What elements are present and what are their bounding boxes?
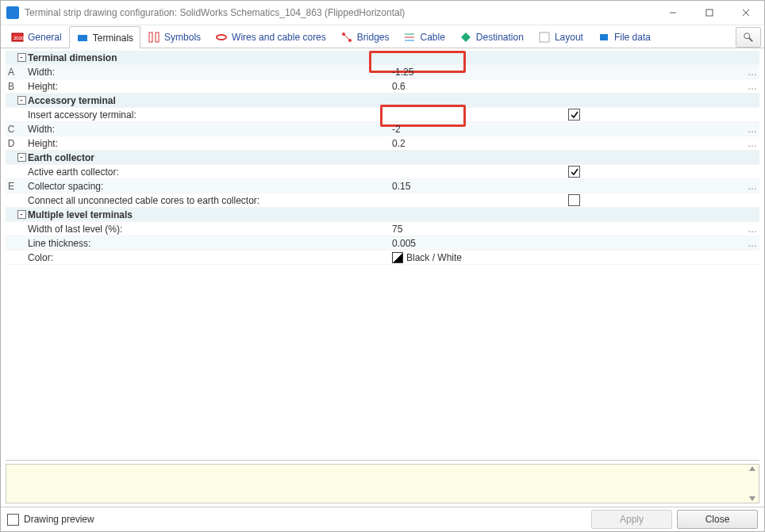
- row-mark: E: [6, 181, 17, 192]
- collapse-toggle[interactable]: -: [17, 53, 26, 62]
- app-window: Terminal strip drawing configuration: So…: [0, 0, 765, 532]
- ellipsis-button[interactable]: …: [745, 224, 759, 235]
- scroll-down-icon[interactable]: [748, 495, 756, 503]
- row-value[interactable]: 75: [387, 224, 745, 235]
- row-collector-spacing[interactable]: ECollector spacing:0.15…: [6, 179, 759, 193]
- tab-label: Symbols: [164, 32, 201, 43]
- row-label: Connect all unconnected cable cores to e…: [26, 195, 387, 206]
- ellipsis-button[interactable]: …: [745, 238, 759, 249]
- close-dialog-button[interactable]: Close: [677, 510, 758, 529]
- row-value[interactable]: 0.15: [387, 181, 745, 192]
- collapse-toggle[interactable]: -: [17, 96, 26, 105]
- minimize-button[interactable]: [655, 1, 691, 25]
- tab-terminals[interactable]: Terminals: [69, 26, 140, 48]
- row-mark: C: [6, 124, 17, 135]
- row-mark: A: [6, 67, 17, 78]
- title-bar: Terminal strip drawing configuration: So…: [1, 1, 764, 25]
- color-swatch-icon: [392, 252, 403, 263]
- app-icon: [6, 6, 19, 19]
- collapse-toggle[interactable]: -: [17, 153, 26, 162]
- drawing-preview-checkbox[interactable]: [7, 514, 19, 526]
- row-value[interactable]: 0.6: [387, 81, 745, 92]
- property-grid: -Terminal dimension AWidth:-1.25… BHeigh…: [6, 51, 759, 460]
- row-value[interactable]: -2: [387, 124, 745, 135]
- tab-general[interactable]: 2020General: [4, 25, 69, 48]
- section-multiple-level: -Multiple level terminals: [6, 208, 759, 222]
- row-value[interactable]: 0.2: [387, 138, 745, 149]
- section-header: Accessory terminal: [26, 95, 387, 106]
- section-terminal-dimension: -Terminal dimension: [6, 51, 759, 65]
- row-line-thickness[interactable]: Line thickness:0.005…: [6, 236, 759, 251]
- svg-point-9: [217, 35, 226, 40]
- window-title: Terminal strip drawing configuration: So…: [25, 7, 655, 18]
- row-label: Active earth collector:: [26, 166, 387, 178]
- ellipsis-button[interactable]: …: [745, 67, 759, 78]
- ellipsis-button[interactable]: …: [745, 81, 759, 92]
- footer-bar: Drawing preview Apply Close: [1, 507, 764, 531]
- row-color[interactable]: Color:Black / White: [6, 251, 759, 265]
- scroll-up-icon[interactable]: [748, 465, 756, 473]
- tab-layout[interactable]: Layout: [531, 25, 590, 48]
- tab-wires[interactable]: Wires and cable cores: [208, 25, 333, 48]
- tab-bridges[interactable]: Bridges: [333, 25, 397, 48]
- svg-point-19: [744, 33, 750, 39]
- tab-label: General: [28, 32, 62, 43]
- row-active-earth[interactable]: Active earth collector:: [6, 165, 759, 179]
- message-area: [6, 464, 759, 503]
- row-accessory-width[interactable]: CWidth:-2…: [6, 122, 759, 136]
- section-earth-collector: -Earth collector: [6, 151, 759, 165]
- ellipsis-button[interactable]: …: [745, 124, 759, 135]
- tab-label: File data: [614, 32, 651, 43]
- row-value[interactable]: 0.005: [387, 238, 745, 249]
- section-header: Earth collector: [26, 152, 387, 163]
- checkbox-insert-accessory[interactable]: [568, 109, 580, 121]
- svg-rect-7: [149, 33, 152, 42]
- svg-text:2020: 2020: [13, 36, 24, 40]
- row-value[interactable]: -1.25: [387, 67, 745, 78]
- tab-label: Layout: [555, 32, 583, 43]
- row-insert-accessory[interactable]: Insert accessory terminal:: [6, 108, 759, 122]
- row-label: Height:: [26, 81, 387, 92]
- row-value[interactable]: Black / White: [406, 252, 462, 263]
- svg-rect-6: [78, 35, 87, 41]
- tab-filedata[interactable]: File data: [590, 25, 658, 48]
- tab-label: Wires and cable cores: [232, 32, 326, 43]
- tab-destination[interactable]: Destination: [452, 25, 531, 48]
- svg-rect-18: [600, 34, 608, 40]
- tab-label: Cable: [420, 32, 444, 43]
- row-label: Color:: [26, 252, 387, 263]
- row-connect-cores[interactable]: Connect all unconnected cable cores to e…: [6, 193, 759, 208]
- apply-button[interactable]: Apply: [591, 510, 672, 529]
- ellipsis-button[interactable]: …: [745, 138, 759, 149]
- row-terminal-width[interactable]: AWidth:-1.25…: [6, 65, 759, 79]
- ellipsis-button[interactable]: …: [745, 181, 759, 192]
- section-header: Terminal dimension: [26, 52, 387, 63]
- maximize-button[interactable]: [691, 1, 728, 25]
- collapse-toggle[interactable]: -: [17, 210, 26, 219]
- svg-rect-17: [540, 33, 549, 42]
- svg-line-12: [344, 34, 350, 40]
- window-buttons: [655, 1, 764, 25]
- row-terminal-height[interactable]: BHeight:0.6…: [6, 79, 759, 94]
- section-header: Multiple level terminals: [26, 209, 387, 220]
- section-accessory-terminal: -Accessory terminal: [6, 94, 759, 108]
- button-label: Apply: [620, 514, 644, 525]
- message-scrollbar[interactable]: [746, 465, 759, 503]
- tab-symbols[interactable]: Symbols: [140, 25, 208, 48]
- row-width-last-level[interactable]: Width of last level (%):75…: [6, 222, 759, 236]
- svg-marker-21: [749, 466, 755, 471]
- svg-rect-8: [156, 33, 159, 42]
- tab-label: Terminals: [93, 33, 133, 44]
- row-accessory-height[interactable]: DHeight:0.2…: [6, 136, 759, 151]
- row-label: Width:: [26, 124, 387, 135]
- checkbox-connect-cores[interactable]: [568, 194, 580, 206]
- property-grid-wrapper: -Terminal dimension AWidth:-1.25… BHeigh…: [6, 51, 759, 461]
- checkbox-active-earth[interactable]: [568, 166, 580, 178]
- svg-line-20: [749, 38, 752, 41]
- search-button[interactable]: [736, 27, 761, 48]
- close-button[interactable]: [728, 1, 764, 25]
- svg-marker-22: [749, 496, 755, 501]
- row-label: Width:: [26, 67, 387, 78]
- row-label: Height:: [26, 138, 387, 149]
- tab-cable[interactable]: Cable: [396, 25, 452, 48]
